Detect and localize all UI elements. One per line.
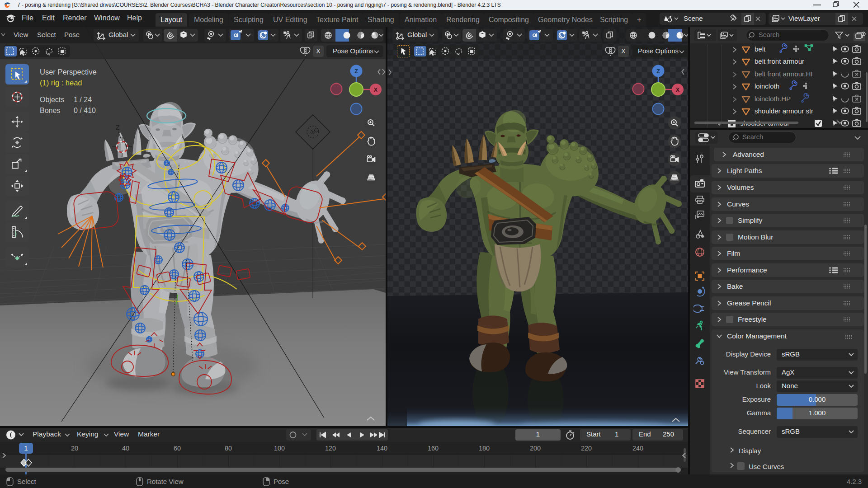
svg-text:Z: Z (116, 123, 120, 131)
svg-text:Z: Z (354, 68, 358, 75)
svg-text:X: X (374, 87, 378, 93)
svg-text:X: X (676, 87, 680, 93)
svg-text:Z: Z (656, 68, 660, 75)
